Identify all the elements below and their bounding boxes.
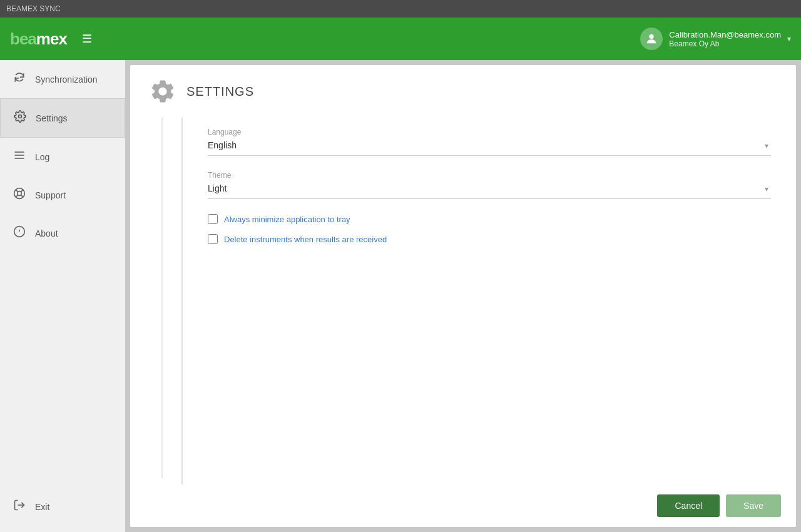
theme-group: Theme Light ▾ (208, 171, 771, 199)
language-dropdown-arrow: ▾ (765, 141, 768, 150)
chevron-down-icon: ▾ (787, 34, 791, 43)
sidebar-item-settings[interactable]: Settings (0, 98, 125, 138)
checkbox-minimize-item[interactable]: Always minimize application to tray (208, 214, 771, 224)
gear-icon (149, 78, 176, 105)
sidebar-label-exit: Exit (35, 502, 49, 512)
save-button[interactable]: Save (726, 494, 781, 517)
about-icon (13, 225, 26, 241)
title-bar: BEAMEX SYNC (0, 0, 801, 18)
cancel-button[interactable]: Cancel (657, 494, 720, 517)
user-details: Calibration.Man@beamex.com Beamex Oy Ab (669, 30, 781, 48)
theme-select-wrapper: Light ▾ (208, 182, 771, 199)
avatar-icon (640, 28, 663, 50)
sidebar-label-about: About (35, 228, 58, 238)
support-icon (13, 187, 26, 203)
svg-line-8 (21, 195, 23, 197)
language-select[interactable]: English (208, 139, 771, 151)
settings-sidebar-icon (13, 110, 27, 126)
content-area: Synchronization Settings (0, 60, 801, 532)
delete-instruments-checkbox-label[interactable]: Delete instruments when results are rece… (224, 235, 387, 244)
sidebar: Synchronization Settings (0, 60, 125, 532)
settings-form: Language English ▾ Theme (181, 118, 796, 484)
sidebar-label-settings: Settings (36, 113, 68, 123)
theme-label: Theme (208, 171, 771, 180)
checkbox-delete-item[interactable]: Delete instruments when results are rece… (208, 234, 771, 244)
footer-buttons: Cancel Save (130, 484, 796, 527)
sidebar-item-exit[interactable]: Exit (0, 488, 125, 526)
exit-icon (13, 499, 26, 514)
sidebar-label-support: Support (35, 190, 66, 200)
sidebar-bottom: Exit (0, 488, 125, 532)
language-label: Language (208, 128, 771, 136)
minimize-checkbox-label[interactable]: Always minimize application to tray (224, 215, 350, 224)
sidebar-item-synchronization[interactable]: Synchronization (0, 60, 125, 98)
main-content: SETTINGS Language English (125, 60, 801, 532)
main-inner: SETTINGS Language English (130, 65, 796, 527)
language-group: Language English ▾ (208, 128, 771, 156)
svg-line-10 (16, 195, 18, 197)
sidebar-item-log[interactable]: Log (0, 138, 125, 176)
sync-icon (13, 71, 26, 87)
user-info-dropdown[interactable]: Calibration.Man@beamex.com Beamex Oy Ab … (640, 28, 791, 50)
hamburger-button[interactable]: ☰ (77, 29, 97, 48)
checkbox-group: Always minimize application to tray Dele… (208, 214, 771, 244)
sidebar-label-log: Log (35, 152, 49, 162)
page-title: SETTINGS (186, 84, 254, 99)
svg-line-7 (16, 190, 18, 192)
header-left: beamex ☰ (10, 29, 97, 49)
language-select-wrapper: English ▾ (208, 139, 771, 156)
sidebar-item-support[interactable]: Support (0, 176, 125, 214)
svg-point-1 (19, 115, 22, 118)
header: beamex ☰ Calibration.Man@beamex.com Beam… (0, 18, 801, 60)
logo: beamex (10, 29, 67, 49)
theme-select[interactable]: Light (208, 182, 771, 195)
minimize-checkbox[interactable] (208, 214, 218, 224)
user-email: Calibration.Man@beamex.com (669, 30, 781, 39)
svg-point-0 (650, 34, 654, 39)
sidebar-item-about[interactable]: About (0, 214, 125, 252)
settings-header: SETTINGS (130, 65, 796, 118)
app-title: BEAMEX SYNC (6, 4, 61, 13)
theme-dropdown-arrow: ▾ (765, 185, 768, 193)
user-company: Beamex Oy Ab (669, 39, 781, 48)
sidebar-label-synchronization: Synchronization (35, 74, 98, 84)
svg-point-6 (18, 192, 22, 196)
delete-instruments-checkbox[interactable] (208, 234, 218, 244)
log-icon (13, 149, 26, 165)
svg-line-9 (21, 190, 23, 192)
